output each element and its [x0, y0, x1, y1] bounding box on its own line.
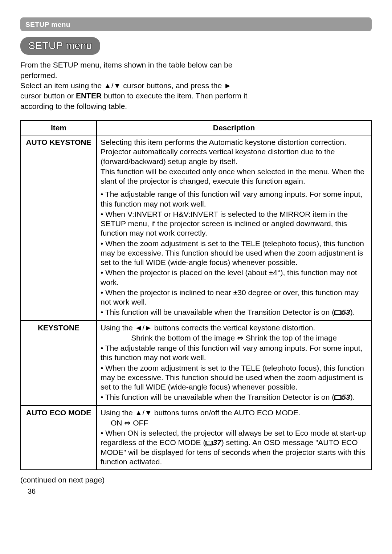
section-title: SETUP menu: [28, 40, 92, 51]
book-icon: [334, 310, 342, 315]
intro-text: From the SETUP menu, items shown in the …: [20, 60, 252, 111]
setup-table: Item Description AUTO KEYSTONE Selecting…: [20, 120, 372, 470]
desc-keystone: Using the ◄/► buttons corrects the verti…: [97, 321, 371, 406]
section-title-pill: SETUP menu: [20, 37, 100, 55]
item-keystone: KEYSTONE: [21, 321, 97, 406]
intro-p1: From the SETUP menu, items shown in the …: [20, 60, 252, 81]
desc-auto-keystone: Selecting this item performs the Automat…: [97, 135, 371, 321]
intro-p2: Select an item using the ▲/▼ cursor butt…: [20, 81, 252, 111]
item-auto-keystone: AUTO KEYSTONE: [21, 135, 97, 321]
book-icon: [205, 440, 213, 446]
continued-note: (continued on next page): [20, 475, 372, 485]
header-bar-label: SETUP menu: [25, 21, 70, 28]
page-number: 36: [28, 487, 372, 496]
item-auto-eco-mode: AUTO ECO MODE: [21, 406, 97, 470]
header-bar: SETUP menu: [20, 17, 372, 31]
table-row: AUTO ECO MODE Using the ▲/▼ buttons turn…: [21, 406, 371, 470]
table-row: KEYSTONE Using the ◄/► buttons corrects …: [21, 321, 371, 406]
desc-auto-eco-mode: Using the ▲/▼ buttons turns on/off the A…: [97, 406, 371, 470]
book-icon: [334, 395, 342, 400]
table-row: AUTO KEYSTONE Selecting this item perfor…: [21, 135, 371, 321]
table-header-row: Item Description: [21, 121, 371, 135]
th-description: Description: [97, 121, 371, 135]
th-item: Item: [21, 121, 97, 135]
